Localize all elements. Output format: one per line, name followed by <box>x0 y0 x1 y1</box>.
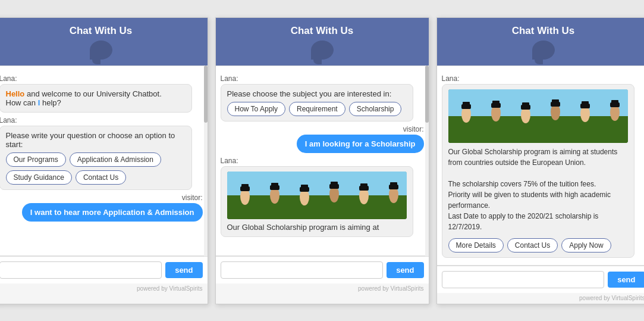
svg-rect-29 <box>521 105 530 110</box>
send-button-2[interactable]: send <box>387 262 423 278</box>
option-our-programs[interactable]: Our Programs <box>6 152 66 167</box>
graduation-caps-svg-3 <box>448 89 629 143</box>
graduation-caps-svg-2 <box>227 172 407 219</box>
chat-icon-2 <box>310 39 335 61</box>
svg-rect-20 <box>448 89 629 116</box>
svg-rect-36 <box>582 101 589 104</box>
chat-input-1[interactable] <box>0 261 162 279</box>
svg-rect-35 <box>580 104 590 108</box>
visitor-label-2: visitor: <box>403 125 424 133</box>
svg-rect-18 <box>389 185 398 189</box>
chat-icon-1 <box>89 39 114 61</box>
text-i: I <box>38 98 40 107</box>
visitor-side-1: visitor: I want to hear more Application… <box>0 194 203 222</box>
chat-widgets-container: Chat With Us Lana: Hello and welcome to … <box>0 5 644 316</box>
lana-text-2: Please write your question or choose an … <box>6 131 175 149</box>
messages-container-2: Lana: Please choose the subject you are … <box>216 66 429 256</box>
svg-rect-26 <box>491 103 501 108</box>
powered-by-1: powered by VirtualSpirits <box>0 283 208 294</box>
svg-rect-39 <box>611 100 618 103</box>
svg-rect-21 <box>448 116 629 143</box>
option-more-details[interactable]: More Details <box>448 238 504 253</box>
lana-sender-label-2: Lana: <box>0 116 203 124</box>
chat-icon-3 <box>531 39 556 61</box>
scroll-thumb-2[interactable] <box>425 66 429 123</box>
scholarship-image-3 <box>448 89 629 143</box>
lana-text-2b: Our Global Scholarship program is aiming… <box>227 223 379 232</box>
svg-rect-27 <box>492 101 500 104</box>
option-how-to-apply[interactable]: How To Apply <box>227 102 286 116</box>
send-button-3[interactable]: send <box>608 272 644 288</box>
svg-rect-33 <box>552 99 559 102</box>
scholarship-image-2 <box>227 172 407 219</box>
option-scholarship[interactable]: Scholarship <box>349 102 402 116</box>
chat-messages-1: Lana: Hello and welcome to our Universit… <box>0 66 208 256</box>
messages-container-3: Lana: <box>437 66 645 266</box>
input-area-1: send <box>0 256 208 283</box>
option-application-admission[interactable]: Application & Admission <box>70 152 161 167</box>
visitor-bubble-2: I am looking for a Scholarship <box>297 135 424 153</box>
scrollbar-2[interactable] <box>425 66 429 256</box>
bubble-icon-1 <box>90 40 112 60</box>
option-apply-now[interactable]: Apply Now <box>561 238 611 253</box>
text-help: help? <box>42 98 61 107</box>
svg-rect-7 <box>271 183 278 186</box>
chat-input-2[interactable] <box>221 261 384 279</box>
scholarship-text-3: Our Global Scholarship program is aiming… <box>448 147 629 232</box>
svg-rect-38 <box>610 102 620 107</box>
lana-sender-label-3: Lana: <box>442 74 645 83</box>
send-button-1[interactable]: send <box>165 262 202 278</box>
input-area-2: send <box>216 256 429 283</box>
bubble-icon-3 <box>532 40 555 60</box>
bubble-icon-2 <box>311 40 334 60</box>
svg-rect-3 <box>240 186 250 191</box>
chat-widget-3: Chat With Us Lana: <box>436 17 645 304</box>
chat-input-3[interactable] <box>442 271 605 288</box>
chat-messages-3: Lana: <box>437 66 645 266</box>
visitor-side-2: visitor: I am looking for a Scholarship <box>221 125 424 153</box>
lana-sender-label-1: Lana: <box>0 74 203 83</box>
scholarship-img-inner-2 <box>227 172 407 219</box>
svg-rect-9 <box>300 187 309 192</box>
lana-sender-label-2b: Lana: <box>221 157 424 165</box>
svg-rect-13 <box>331 182 338 185</box>
lana-bubble-2b: Our Global Scholarship program is aiming… <box>221 166 414 237</box>
text-hello: Hello <box>6 89 25 98</box>
svg-rect-32 <box>551 102 560 107</box>
chat-widget-1: Chat With Us Lana: Hello and welcome to … <box>0 17 208 304</box>
option-contact-us[interactable]: Contact Us <box>76 170 126 185</box>
chat-header-1: Chat With Us <box>0 18 208 66</box>
svg-rect-12 <box>329 184 339 189</box>
lana-bubble-3: Our Global Scholarship program is aiming… <box>442 84 635 258</box>
chat-title-2: Chat With Us <box>291 25 354 37</box>
svg-rect-0 <box>227 172 407 195</box>
visitor-label-1: visitor: <box>182 194 203 202</box>
visitor-bubble-1: I want to hear more Application & Admiss… <box>22 203 203 222</box>
lana-bubble-2: Please write your question or choose an … <box>0 126 192 190</box>
powered-by-3: powered by VirtualSpirits <box>437 293 645 304</box>
option-requirement[interactable]: Requirement <box>289 102 345 116</box>
svg-rect-15 <box>359 186 369 191</box>
lana-bubble-1: Hello and welcome to our University Chat… <box>0 84 192 113</box>
scholarship-img-inner-3 <box>448 89 629 143</box>
svg-rect-30 <box>522 102 529 105</box>
option-study-guidance[interactable]: Study Guidance <box>6 170 72 185</box>
text-and: and welcome to our University Chatbot.Ho… <box>6 89 162 107</box>
option-buttons-1: Our Programs Application & Admission Stu… <box>6 152 186 185</box>
svg-rect-19 <box>390 182 397 185</box>
messages-container-1: Lana: Hello and welcome to our Universit… <box>0 66 208 256</box>
svg-rect-16 <box>360 183 367 186</box>
option-buttons-2: How To Apply Requirement Scholarship <box>227 102 407 116</box>
scrollbar-1[interactable] <box>204 66 208 256</box>
lana-sender-label-2a: Lana: <box>221 74 424 83</box>
option-buttons-3: More Details Contact Us Apply Now <box>448 238 629 253</box>
svg-rect-10 <box>301 185 308 188</box>
option-contact-us-3[interactable]: Contact Us <box>507 238 558 253</box>
scroll-thumb-1[interactable] <box>204 66 208 123</box>
svg-rect-23 <box>461 104 471 109</box>
chat-messages-2: Lana: Please choose the subject you are … <box>216 66 429 256</box>
svg-rect-24 <box>463 102 470 105</box>
lana-bubble-2a: Please choose the subject you are intere… <box>221 84 414 121</box>
chat-title-3: Chat With Us <box>512 25 575 37</box>
chat-widget-2: Chat With Us Lana: Please choose the sub… <box>215 17 429 304</box>
